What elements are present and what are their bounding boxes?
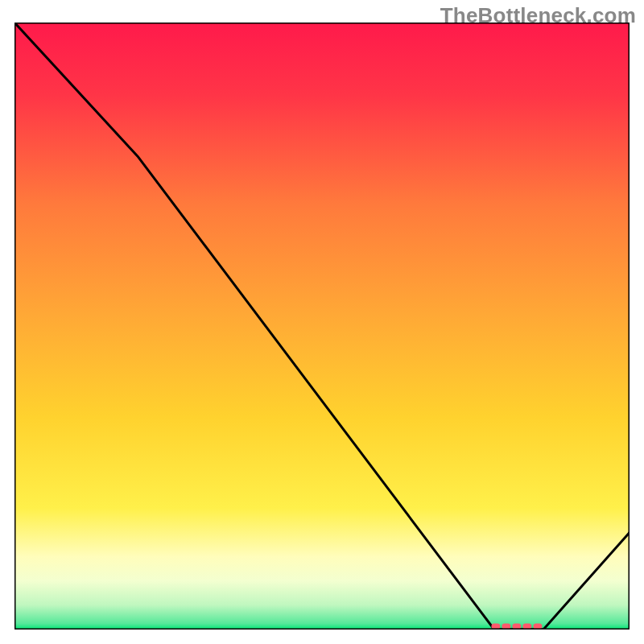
chart-container: TheBottleneck.com: [0, 0, 644, 644]
chart-svg: [14, 23, 630, 630]
plot-area: [14, 23, 630, 630]
heat-background: [14, 23, 630, 630]
